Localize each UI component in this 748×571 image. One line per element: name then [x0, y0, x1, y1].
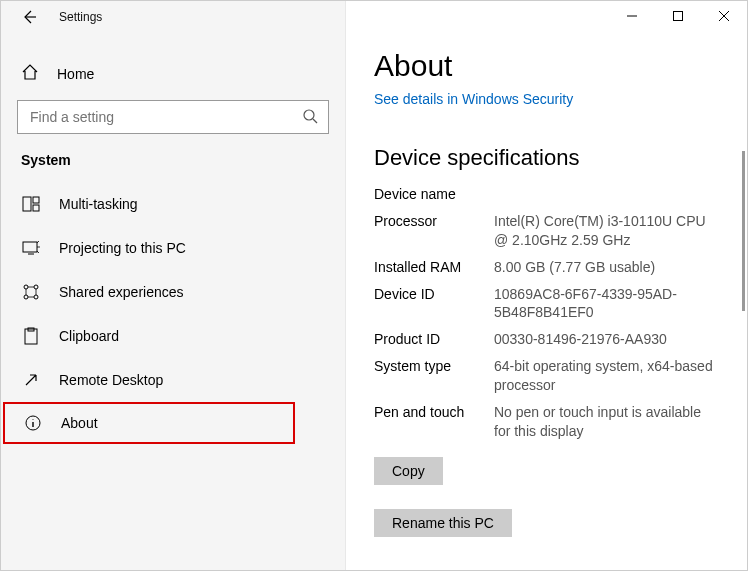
nav-home[interactable]: Home	[1, 53, 345, 92]
search-wrap	[17, 100, 329, 134]
svg-rect-1	[23, 197, 31, 211]
spec-label: Device ID	[374, 285, 494, 323]
spec-value: 8.00 GB (7.77 GB usable)	[494, 258, 721, 277]
spec-label: Device name	[374, 185, 494, 204]
spec-value: 10869AC8-6F67-4339-95AD-5B48F8B41EF0	[494, 285, 721, 323]
spec-value	[494, 185, 721, 204]
nav-label: Clipboard	[59, 328, 119, 344]
back-button[interactable]	[19, 7, 39, 27]
nav-item-remote[interactable]: Remote Desktop	[1, 358, 345, 402]
maximize-button[interactable]	[655, 1, 701, 31]
minimize-button[interactable]	[609, 1, 655, 31]
spec-label: Installed RAM	[374, 258, 494, 277]
app-title: Settings	[59, 10, 102, 24]
sidebar: Settings Home System Multi-tasking Proje	[1, 1, 346, 570]
spec-label: Product ID	[374, 330, 494, 349]
about-icon	[23, 414, 43, 432]
search-input[interactable]	[28, 108, 302, 126]
spec-device-id: Device ID 10869AC8-6F67-4339-95AD-5B48F8…	[374, 285, 721, 323]
minimize-icon	[627, 11, 637, 21]
spec-pen-touch: Pen and touch No pen or touch input is a…	[374, 403, 721, 441]
spec-system-type: System type 64-bit operating system, x64…	[374, 357, 721, 395]
security-link[interactable]: See details in Windows Security	[374, 91, 721, 107]
nav-label: Multi-tasking	[59, 196, 138, 212]
nav-label: Remote Desktop	[59, 372, 163, 388]
spec-device-name: Device name	[374, 185, 721, 204]
back-arrow-icon	[21, 9, 37, 25]
close-icon	[719, 11, 729, 21]
svg-rect-2	[33, 197, 39, 203]
svg-rect-12	[674, 12, 683, 21]
nav-item-shared[interactable]: Shared experiences	[1, 270, 345, 314]
spec-ram: Installed RAM 8.00 GB (7.77 GB usable)	[374, 258, 721, 277]
spec-value: 64-bit operating system, x64-based proce…	[494, 357, 721, 395]
projecting-icon	[21, 239, 41, 257]
nav-item-multitasking[interactable]: Multi-tasking	[1, 182, 345, 226]
spec-value: 00330-81496-21976-AA930	[494, 330, 721, 349]
spec-value: No pen or touch input is available for t…	[494, 403, 721, 441]
spec-label: Pen and touch	[374, 403, 494, 441]
maximize-icon	[673, 11, 683, 21]
rename-button[interactable]: Rename this PC	[374, 509, 512, 537]
search-icon	[302, 108, 318, 127]
svg-point-7	[24, 295, 28, 299]
nav-label: Shared experiences	[59, 284, 184, 300]
remote-icon	[21, 371, 41, 389]
spec-processor: Processor Intel(R) Core(TM) i3-10110U CP…	[374, 212, 721, 250]
home-icon	[21, 63, 39, 84]
window-buttons	[609, 1, 747, 31]
svg-point-5	[24, 285, 28, 289]
spec-label: Processor	[374, 212, 494, 250]
titlebar: Settings	[1, 1, 345, 33]
home-label: Home	[57, 66, 94, 82]
section-label: System	[1, 152, 345, 182]
nav-item-projecting[interactable]: Projecting to this PC	[1, 226, 345, 270]
nav-label: Projecting to this PC	[59, 240, 186, 256]
spec-product-id: Product ID 00330-81496-21976-AA930	[374, 330, 721, 349]
specs-heading: Device specifications	[374, 145, 721, 171]
svg-rect-3	[33, 205, 39, 211]
nav-item-about[interactable]: About	[3, 402, 295, 444]
scrollbar[interactable]	[742, 151, 745, 311]
page-heading: About	[374, 49, 721, 83]
close-button[interactable]	[701, 1, 747, 31]
nav-item-clipboard[interactable]: Clipboard	[1, 314, 345, 358]
clipboard-icon	[21, 327, 41, 345]
multitasking-icon	[21, 195, 41, 213]
svg-point-6	[34, 285, 38, 289]
content-area: About See details in Windows Security De…	[346, 1, 747, 570]
spec-label: System type	[374, 357, 494, 395]
search-box[interactable]	[17, 100, 329, 134]
nav-list: Multi-tasking Projecting to this PC Shar…	[1, 182, 345, 570]
spec-value: Intel(R) Core(TM) i3-10110U CPU @ 2.10GH…	[494, 212, 721, 250]
nav-label: About	[61, 415, 98, 431]
svg-rect-4	[23, 242, 37, 252]
svg-point-0	[304, 110, 314, 120]
copy-button[interactable]: Copy	[374, 457, 443, 485]
shared-icon	[21, 283, 41, 301]
svg-point-8	[34, 295, 38, 299]
